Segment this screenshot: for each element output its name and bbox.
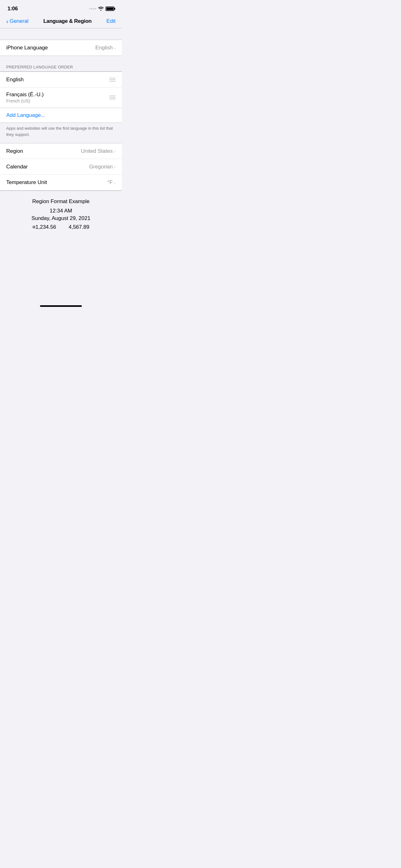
temperature-chevron-icon: › xyxy=(114,180,115,185)
calendar-value-text: Gregorian xyxy=(89,164,113,170)
calendar-row[interactable]: Calendar Gregorian › xyxy=(0,159,122,175)
calendar-label: Calendar xyxy=(6,164,28,170)
chevron-icon: › xyxy=(114,45,115,51)
region-chevron-icon: › xyxy=(114,148,115,154)
format-example-time: 12:34 AM xyxy=(6,208,115,214)
page-title: Language & Region xyxy=(43,18,92,24)
temperature-unit-row[interactable]: Temperature Unit °F › xyxy=(0,175,122,190)
language-name-english: English xyxy=(6,76,24,83)
home-indicator-bar xyxy=(40,305,82,307)
temperature-unit-label: Temperature Unit xyxy=(6,179,47,186)
language-row-english-content: English xyxy=(6,76,24,83)
calendar-chevron-icon: › xyxy=(114,164,115,169)
drag-handle-french[interactable] xyxy=(109,96,115,99)
nav-bar: ‹ General Language & Region Edit xyxy=(0,16,122,28)
iphone-language-value: English › xyxy=(95,45,115,51)
preferred-language-footer: Apps and websites will use the first lan… xyxy=(0,123,122,143)
format-example-date: Sunday, August 29, 2021 xyxy=(6,215,115,221)
section-spacer-lang xyxy=(0,56,122,62)
home-indicator xyxy=(0,300,122,309)
language-subtitle-french: French (US) xyxy=(6,98,44,103)
drag-line xyxy=(109,81,115,82)
drag-line xyxy=(109,99,115,99)
bottom-spacer xyxy=(0,238,122,300)
iphone-language-value-text: English xyxy=(95,45,113,51)
drag-line xyxy=(109,80,115,80)
temperature-unit-value: °F › xyxy=(107,179,115,186)
edit-button[interactable]: Edit xyxy=(106,18,115,24)
back-button[interactable]: ‹ General xyxy=(6,18,28,24)
add-language-button[interactable]: Add Language... xyxy=(0,108,122,123)
language-order-group: English Français (É.-U.) French (US) Add… xyxy=(0,71,122,123)
region-settings-group: Region United States › Calendar Gregoria… xyxy=(0,143,122,191)
iphone-language-label: iPhone Language xyxy=(6,45,48,51)
preferred-language-header: PREFERRED LANGUAGE ORDER xyxy=(0,62,122,71)
drag-line xyxy=(109,78,115,79)
format-example-number2: 4,567.89 xyxy=(69,224,89,230)
back-label: General xyxy=(10,18,28,24)
region-value: United States › xyxy=(81,148,115,154)
region-format-example: Region Format Example 12:34 AM Sunday, A… xyxy=(0,191,122,238)
status-icons xyxy=(89,6,114,11)
back-arrow-icon: ‹ xyxy=(6,18,8,24)
status-bar: 1:06 xyxy=(0,0,122,16)
format-example-numbers: ¤1,234.56 4,567.89 xyxy=(6,224,115,230)
language-row-french[interactable]: Français (É.-U.) French (US) xyxy=(0,88,122,108)
add-language-label: Add Language... xyxy=(6,112,45,118)
region-label: Region xyxy=(6,148,23,154)
drag-line xyxy=(109,96,115,96)
status-time: 1:06 xyxy=(7,6,18,12)
calendar-value: Gregorian › xyxy=(89,164,115,170)
preferred-language-header-text: PREFERRED LANGUAGE ORDER xyxy=(6,65,73,69)
format-example-title: Region Format Example xyxy=(6,198,115,205)
wifi-icon xyxy=(98,6,104,11)
drag-handle-english[interactable] xyxy=(109,78,115,82)
temperature-unit-value-text: °F xyxy=(107,179,113,186)
section-spacer-top xyxy=(0,28,122,40)
language-name-french: Français (É.-U.) xyxy=(6,92,44,98)
iphone-language-group: iPhone Language English › xyxy=(0,40,122,56)
battery-icon xyxy=(106,6,114,11)
region-row[interactable]: Region United States › xyxy=(0,144,122,159)
language-row-english[interactable]: English xyxy=(0,72,122,88)
iphone-language-row[interactable]: iPhone Language English › xyxy=(0,40,122,56)
signal-icon xyxy=(89,8,96,9)
language-row-french-content: Français (É.-U.) French (US) xyxy=(6,92,44,103)
region-value-text: United States xyxy=(81,148,113,154)
drag-line xyxy=(109,97,115,98)
format-example-number1: ¤1,234.56 xyxy=(32,224,56,230)
preferred-language-footer-text: Apps and websites will use the first lan… xyxy=(6,126,113,137)
